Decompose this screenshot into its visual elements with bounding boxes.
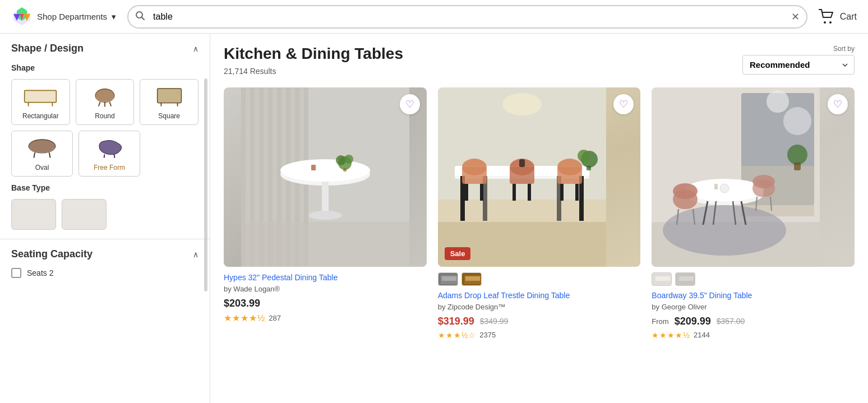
- shape-round-label: Round: [95, 112, 114, 120]
- swatch-light-1[interactable]: [652, 272, 672, 286]
- base-type-previews: [11, 199, 198, 230]
- shop-departments-text: Shop Departments: [37, 12, 107, 21]
- product-image-3: ♡: [652, 87, 855, 267]
- product-brand-1: by Wade Logan®: [224, 285, 427, 293]
- wishlist-button-3[interactable]: ♡: [828, 94, 848, 114]
- product-name-1[interactable]: Hypes 32" Pedestal Dining Table: [224, 272, 427, 284]
- shape-square[interactable]: Square: [140, 79, 198, 125]
- freeform-icon: [93, 137, 126, 159]
- svg-line-25: [49, 152, 50, 158]
- results-count: 21,714 Results: [224, 67, 276, 76]
- title-area: Kitchen & Dining Tables 21,714 Results: [224, 45, 403, 76]
- shape-rectangular[interactable]: Rectangular: [11, 79, 70, 125]
- base-type-item-2[interactable]: [62, 199, 107, 230]
- svg-line-26: [104, 155, 105, 158]
- base-type-item-1[interactable]: [11, 199, 56, 230]
- seating-capacity-toggle[interactable]: ∧: [193, 250, 198, 259]
- sort-select[interactable]: Recommended Price: Low to High Price: Hi…: [742, 55, 855, 75]
- header: Shop Departments ▾ ✕ Cart: [0, 0, 868, 34]
- shape-oval[interactable]: Oval: [11, 131, 73, 177]
- svg-rect-110: [655, 276, 670, 281]
- svg-rect-75: [575, 184, 579, 201]
- svg-rect-12: [25, 90, 57, 102]
- page-title: Kitchen & Dining Tables: [224, 45, 403, 63]
- swatch-svg-1: [441, 275, 458, 284]
- shop-departments-label[interactable]: Shop Departments ▾: [37, 12, 116, 22]
- price-row-2: $319.99 $349.99: [438, 316, 641, 327]
- svg-rect-74: [560, 184, 564, 201]
- product-brand-2: by Zipcode Design™: [438, 303, 641, 311]
- search-input[interactable]: [127, 5, 807, 29]
- swatch-light-2[interactable]: [675, 272, 695, 286]
- main-layout: Shape / Design ∧ Shape Rectangular: [0, 34, 868, 403]
- shape-oval-label: Oval: [35, 164, 49, 172]
- seats-2-label: Seats 2: [27, 268, 53, 277]
- svg-rect-66: [465, 184, 468, 201]
- svg-rect-53: [311, 165, 316, 170]
- svg-point-7: [824, 21, 826, 24]
- product-name-3[interactable]: Boardway 39.5" Dining Table: [652, 290, 855, 302]
- svg-point-46: [280, 159, 370, 182]
- review-count-3: 2144: [694, 331, 710, 339]
- shape-label: Shape: [11, 63, 198, 72]
- logo-area[interactable]: Shop Departments ▾: [11, 6, 116, 27]
- wishlist-button-2[interactable]: ♡: [613, 94, 634, 114]
- shape-freeform[interactable]: Free Form: [79, 131, 140, 177]
- shape-design-header: Shape / Design ∧: [11, 43, 198, 54]
- svg-point-107: [787, 145, 807, 165]
- stars-1: ★★★★½: [224, 313, 265, 323]
- shape-round[interactable]: Round: [76, 79, 135, 125]
- seating-capacity-header: Seating Capacity ∧: [11, 248, 198, 260]
- seats-2-checkbox[interactable]: [11, 268, 21, 278]
- content-area: Kitchen & Dining Tables 21,714 Results S…: [210, 34, 868, 403]
- shape-freeform-label: Free Form: [94, 164, 125, 172]
- swatch-brown[interactable]: [461, 272, 482, 286]
- product-info-2: Adams Drop Leaf Trestle Dining Table by …: [438, 290, 641, 340]
- svg-rect-65: [462, 167, 487, 184]
- product-swatches-2: [438, 272, 641, 286]
- shape-rectangular-label: Rectangular: [22, 112, 59, 120]
- svg-rect-81: [442, 276, 456, 281]
- svg-rect-102: [752, 180, 775, 197]
- svg-rect-73: [557, 167, 582, 184]
- shape-grid-row2: Oval Free Form: [11, 131, 140, 177]
- content-header: Kitchen & Dining Tables 21,714 Results S…: [224, 45, 855, 76]
- search-icon: [135, 11, 145, 23]
- product-image-2: ♡ Sale: [438, 87, 641, 267]
- svg-line-16: [110, 102, 112, 106]
- stars-2: ★★★½☆: [438, 331, 477, 340]
- price-2-original: $349.99: [480, 317, 509, 326]
- rating-row-2: ★★★½☆ 2375: [438, 331, 641, 340]
- sidebar-scrollbar: [204, 78, 207, 291]
- svg-point-22: [29, 139, 56, 152]
- cart-label: Cart: [840, 12, 857, 22]
- svg-rect-18: [157, 89, 181, 103]
- product-info-3: Boardway 39.5" Dining Table by George Ol…: [652, 290, 855, 340]
- svg-point-77: [578, 150, 590, 162]
- product-table-svg-3: [652, 87, 820, 267]
- svg-rect-108: [794, 163, 801, 170]
- svg-rect-44: [241, 222, 409, 267]
- svg-line-24: [34, 152, 35, 158]
- cart-button[interactable]: Cart: [819, 9, 857, 25]
- shape-design-toggle[interactable]: ∧: [193, 44, 198, 53]
- heart-icon-3: ♡: [833, 98, 842, 110]
- svg-point-51: [344, 155, 353, 164]
- svg-point-105: [720, 184, 729, 193]
- swatch-gray[interactable]: [438, 272, 458, 286]
- svg-point-90: [663, 205, 786, 256]
- product-card-2: ♡ Sale: [438, 87, 641, 340]
- product-table-svg-1: [241, 87, 409, 267]
- shape-design-section: Shape / Design ∧ Shape Rectangular: [0, 34, 210, 239]
- price-2-current: $319.99: [438, 316, 474, 327]
- search-clear-icon[interactable]: ✕: [791, 11, 800, 23]
- price-row-3: From $209.99 $357.00: [652, 316, 855, 327]
- products-grid: ♡ Hypes 32" Pedestal Dining Table by Wad…: [224, 87, 855, 340]
- product-info-1: Hypes 32" Pedestal Dining Table by Wade …: [224, 267, 427, 329]
- price-3-original: $357.00: [717, 317, 745, 326]
- sort-label: Sort by: [833, 45, 855, 53]
- product-name-2[interactable]: Adams Drop Leaf Trestle Dining Table: [438, 290, 641, 302]
- svg-rect-71: [528, 184, 531, 201]
- wishlist-button-1[interactable]: ♡: [400, 94, 420, 114]
- rating-row-1: ★★★★½ 287: [224, 313, 427, 323]
